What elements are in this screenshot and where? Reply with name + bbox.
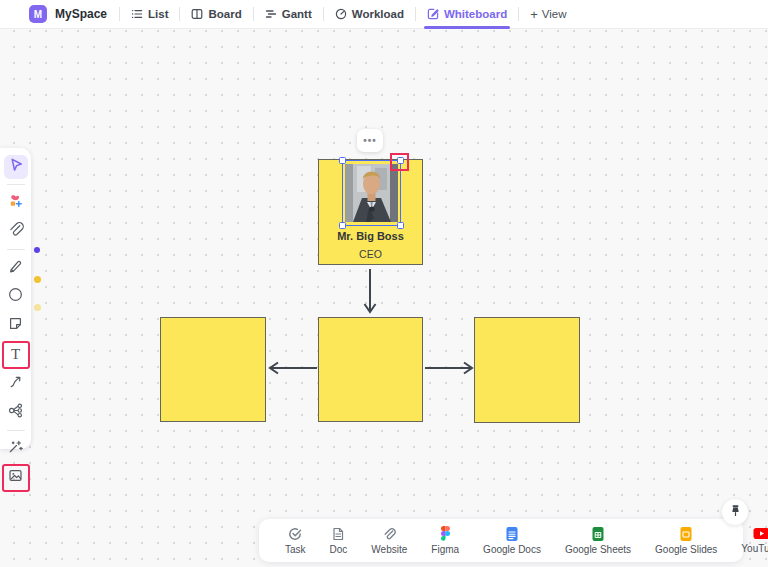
whiteboard-tool-panel: T bbox=[0, 148, 31, 449]
tab-label: List bbox=[148, 8, 168, 20]
tool-text[interactable]: T bbox=[4, 343, 28, 367]
embed-task[interactable]: Task bbox=[273, 519, 318, 562]
embed-doc[interactable]: Doc bbox=[318, 519, 360, 562]
doc-icon bbox=[331, 527, 345, 541]
list-icon bbox=[131, 8, 143, 20]
embed-google-docs[interactable]: Google Docs bbox=[471, 519, 553, 562]
sticky-note-center[interactable] bbox=[318, 317, 423, 422]
yellow-dot bbox=[34, 276, 41, 283]
resize-handle-top-left[interactable] bbox=[339, 157, 346, 164]
website-icon bbox=[382, 527, 396, 541]
tool-mind-map[interactable] bbox=[4, 401, 28, 425]
tab-label: Board bbox=[208, 8, 241, 20]
embed-toolbar: Task Doc Website bbox=[259, 519, 743, 562]
divider bbox=[7, 249, 25, 250]
embed-label: Google Sheets bbox=[565, 544, 631, 555]
paperclip-icon bbox=[7, 221, 24, 242]
google-docs-icon bbox=[506, 527, 518, 541]
pin-toolbar-button[interactable] bbox=[722, 499, 748, 525]
purple-dot bbox=[34, 247, 40, 253]
embed-google-slides[interactable]: Google Slides bbox=[643, 519, 729, 562]
shapes-icon bbox=[7, 192, 24, 213]
tool-shapes[interactable] bbox=[4, 191, 28, 215]
connector-icon bbox=[7, 373, 24, 394]
tab-label: Gantt bbox=[282, 8, 312, 20]
tab-list[interactable]: List bbox=[120, 0, 179, 28]
google-slides-icon bbox=[680, 527, 692, 541]
text-icon: T bbox=[11, 347, 20, 362]
pale-yellow-dot bbox=[34, 304, 41, 311]
embed-website[interactable]: Website bbox=[359, 519, 419, 562]
top-navigation-bar: M MySpace List Board Gantt bbox=[0, 0, 768, 29]
sticky-note-left[interactable] bbox=[160, 317, 266, 422]
tab-label: Workload bbox=[352, 8, 404, 20]
tab-label: Whiteboard bbox=[444, 8, 507, 20]
divider bbox=[7, 184, 25, 185]
sticky-note-icon bbox=[7, 315, 24, 336]
embed-youtube[interactable]: YouTube bbox=[729, 519, 768, 562]
board-icon bbox=[191, 8, 203, 20]
tool-image[interactable] bbox=[4, 466, 28, 490]
workspace-avatar[interactable]: M bbox=[29, 5, 47, 23]
tool-connector[interactable] bbox=[4, 372, 28, 396]
portrait-image bbox=[345, 164, 398, 222]
embed-google-sheets[interactable]: Google Sheets bbox=[553, 519, 643, 562]
cursor-icon bbox=[7, 156, 24, 177]
tool-select[interactable] bbox=[4, 155, 28, 179]
connector-arrow-left[interactable] bbox=[268, 360, 318, 376]
workload-icon bbox=[335, 8, 347, 20]
figma-icon bbox=[440, 526, 451, 541]
embed-label: Google Slides bbox=[655, 544, 717, 555]
more-options-button[interactable]: ••• bbox=[357, 129, 383, 152]
tool-circle[interactable] bbox=[4, 285, 28, 309]
gantt-icon bbox=[265, 8, 277, 20]
add-view-label: View bbox=[542, 8, 567, 20]
embed-label: Task bbox=[285, 544, 306, 555]
resize-handle-bottom-right[interactable] bbox=[397, 222, 404, 229]
workspace-name[interactable]: MySpace bbox=[55, 7, 107, 21]
embed-label: YouTube bbox=[741, 543, 768, 554]
tool-sticky-note[interactable] bbox=[4, 314, 28, 338]
whiteboard-canvas[interactable]: ••• Mr. Big Boss CEO bbox=[0, 29, 768, 567]
connector-arrow-down[interactable] bbox=[362, 268, 378, 314]
plus-icon: + bbox=[530, 7, 538, 22]
resize-handle-top-right[interactable] bbox=[397, 157, 404, 164]
tab-gantt[interactable]: Gantt bbox=[254, 0, 323, 28]
embed-label: Doc bbox=[330, 544, 348, 555]
embed-label: Website bbox=[371, 544, 407, 555]
ceo-photo[interactable] bbox=[345, 164, 398, 222]
divider bbox=[7, 430, 25, 431]
sticky-note-right[interactable] bbox=[474, 317, 580, 423]
tool-link[interactable] bbox=[4, 220, 28, 244]
magic-wand-icon bbox=[7, 438, 24, 459]
tab-board[interactable]: Board bbox=[180, 0, 252, 28]
ceo-name-text[interactable]: Mr. Big Boss bbox=[318, 230, 423, 242]
tool-pen[interactable] bbox=[4, 256, 28, 280]
ceo-title-text[interactable]: CEO bbox=[318, 248, 423, 260]
pushpin-icon bbox=[729, 503, 742, 521]
whiteboard-icon bbox=[427, 8, 439, 20]
connector-arrow-right[interactable] bbox=[424, 360, 474, 376]
youtube-icon bbox=[753, 527, 768, 540]
resize-handle-bottom-left[interactable] bbox=[339, 222, 346, 229]
pen-icon bbox=[7, 257, 24, 278]
tab-workload[interactable]: Workload bbox=[324, 0, 415, 28]
mind-map-icon bbox=[7, 402, 24, 423]
image-icon bbox=[7, 467, 24, 488]
tool-ai-wand[interactable] bbox=[4, 437, 28, 461]
add-view-button[interactable]: + View bbox=[519, 7, 577, 22]
task-icon bbox=[288, 527, 302, 541]
embed-figma[interactable]: Figma bbox=[419, 519, 471, 562]
tab-whiteboard[interactable]: Whiteboard bbox=[416, 0, 518, 28]
active-tab-underline bbox=[424, 26, 510, 29]
embed-label: Figma bbox=[431, 544, 459, 555]
google-sheets-icon bbox=[592, 527, 604, 541]
circle-icon bbox=[7, 286, 24, 307]
embed-label: Google Docs bbox=[483, 544, 541, 555]
